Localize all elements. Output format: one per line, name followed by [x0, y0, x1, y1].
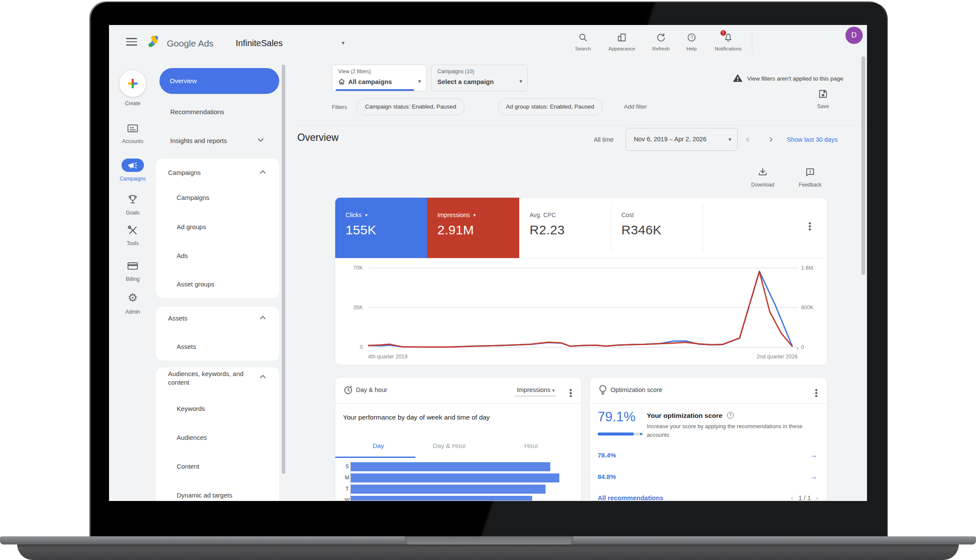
day-bar-monday[interactable] — [351, 473, 559, 482]
save-icon — [818, 89, 828, 99]
day-bar-sunday[interactable] — [351, 462, 550, 471]
rail-item-tools[interactable] — [109, 225, 156, 236]
day-hour-metric-dropdown[interactable]: Impressions ▾ — [515, 386, 556, 396]
caret-down-icon: ▾ — [418, 78, 421, 84]
metric-divider — [703, 204, 703, 252]
nav-section-campaigns-title[interactable]: Campaigns — [168, 169, 201, 176]
nav-section-campaigns — [156, 159, 279, 298]
help-button[interactable]: ? Help — [675, 33, 708, 51]
megaphone-icon — [128, 162, 137, 169]
optimization-score-card: Optimization score 79.1% Your optimizati… — [589, 377, 827, 501]
recommendation-score-link[interactable]: 78.4% — [598, 451, 616, 459]
metric-impressions[interactable]: Impressions ▾ 2.91M — [427, 198, 519, 258]
google-ads-logo-icon — [147, 34, 162, 48]
metric-clicks[interactable]: Clicks ▾ 155K — [335, 198, 427, 258]
nav-item-audiences[interactable]: Audiences — [177, 434, 207, 441]
filter-chip-ad-group-status[interactable]: Ad group status: Enabled, Paused — [498, 98, 602, 115]
accounts-icon — [127, 123, 139, 134]
chevron-up-icon[interactable] — [260, 316, 266, 320]
campaign-select-dropdown[interactable]: Campaigns (10) Select a campaign ▾ — [431, 65, 528, 91]
day-hour-card: Day & hour Impressions ▾ Your performanc… — [335, 377, 582, 501]
nav-item-campaigns[interactable]: Campaigns — [177, 194, 209, 201]
avatar[interactable]: D — [845, 27, 863, 44]
tab-hour[interactable]: Hour — [508, 442, 555, 449]
nav-item-insights[interactable]: Insights and reports — [170, 137, 227, 144]
home-icon — [338, 78, 345, 85]
nav-item-content[interactable]: Content — [177, 463, 200, 470]
rail-item-admin[interactable]: ⚙ — [109, 292, 156, 303]
nav-item-ads[interactable]: Ads — [177, 252, 188, 259]
day-bar-wednesday[interactable] — [351, 496, 532, 501]
chevron-up-icon[interactable] — [260, 375, 266, 379]
rail-item-accounts[interactable] — [109, 123, 156, 134]
trend-chart: 70K 35K 0 1.6M 800K 0 4th quarter 2019 2… — [335, 258, 827, 365]
filter-chip-campaign-status[interactable]: Campaign status: Enabled, Paused — [357, 98, 465, 115]
date-next-button[interactable]: › — [769, 133, 773, 145]
date-prev-button[interactable]: ‹ — [746, 133, 749, 145]
trophy-icon — [127, 194, 138, 205]
optimization-kebab-icon[interactable] — [815, 389, 817, 398]
nav-section-audiences-title[interactable]: Audiences, keywords, and content — [168, 370, 254, 387]
nav-item-dynamic-ad-targets[interactable]: Dynamic ad targets — [177, 492, 232, 499]
search-button[interactable]: Search — [566, 33, 600, 51]
nav-item-ad-groups[interactable]: Ad groups — [177, 223, 206, 230]
notifications-button[interactable]: ! Notifications — [711, 33, 745, 51]
x-axis-label-end: 2nd quarter 2026 — [733, 354, 798, 360]
main-scrollbar[interactable] — [861, 56, 865, 275]
rail-item-campaigns[interactable] — [122, 159, 144, 172]
chevron-up-icon[interactable] — [260, 170, 266, 174]
save-button[interactable]: Save — [804, 89, 842, 109]
feedback-button[interactable]: Feedback — [791, 167, 829, 188]
card-header-divider — [335, 403, 581, 404]
nav-section-assets-title[interactable]: Assets — [168, 314, 187, 322]
all-recommendations-link[interactable]: All recommendations — [598, 494, 664, 501]
metric-cost[interactable]: Cost R346K — [611, 198, 703, 258]
chevron-down-icon[interactable] — [258, 138, 264, 142]
add-filter-button[interactable]: Add filter — [624, 103, 647, 110]
arrow-right-icon[interactable]: → — [810, 472, 817, 481]
create-button[interactable] — [119, 70, 146, 97]
pagination-prev-icon[interactable]: ‹ — [791, 494, 793, 501]
right-axis-tick: 1.6M — [801, 265, 813, 271]
nav-item-recommendations[interactable]: Recommendations — [170, 108, 224, 115]
right-axis-tick: 800K — [801, 305, 814, 311]
account-name[interactable]: InfiniteSales — [236, 38, 283, 48]
laptop-base — [17, 544, 959, 560]
appearance-button[interactable]: Appearance — [605, 33, 639, 51]
arrow-right-icon[interactable]: → — [810, 451, 817, 460]
hamburger-icon — [126, 38, 137, 46]
view-filter-dropdown[interactable]: View (2 filters) All campaigns ▾ — [332, 65, 427, 91]
menu-button[interactable] — [126, 38, 137, 46]
caret-down-icon: ▾ — [365, 212, 368, 218]
tab-day[interactable]: Day — [352, 442, 404, 449]
clock-icon — [343, 385, 353, 395]
recommendation-score-link[interactable]: 84.8% — [598, 473, 616, 480]
day-bar-tuesday[interactable] — [351, 485, 546, 494]
rail-campaigns-label: Campaigns — [109, 176, 156, 182]
lightbulb-icon — [598, 384, 608, 395]
nav-item-overview[interactable]: Overview — [159, 68, 279, 94]
caret-down-icon: ▾ — [473, 212, 476, 218]
nav-item-keywords[interactable]: Keywords — [177, 405, 205, 412]
nav-item-assets[interactable]: Assets — [177, 343, 196, 350]
metric-avg-cpc[interactable]: Avg. CPC R2.23 — [519, 198, 611, 258]
date-range-picker[interactable]: Nov 6, 2019 – Apr 2, 2026 ▾ — [626, 128, 738, 151]
search-icon — [578, 33, 588, 42]
refresh-button[interactable]: Refresh — [644, 33, 678, 51]
help-circle-icon[interactable]: ? — [727, 412, 734, 419]
account-switcher-caret-icon[interactable]: ▾ — [342, 40, 345, 46]
rail-item-goals[interactable] — [109, 194, 156, 205]
pagination-next-icon[interactable]: › — [816, 494, 818, 501]
rail-item-billing[interactable] — [109, 261, 156, 271]
drawer-scrollbar[interactable] — [282, 65, 285, 474]
show-last-30-days-link[interactable]: Show last 30 days — [787, 136, 838, 143]
caret-down-icon: ▾ — [728, 136, 731, 143]
tab-day-and-hour[interactable]: Day & Hour — [413, 442, 486, 449]
summary-card-kebab-icon[interactable] — [808, 222, 811, 231]
nav-item-asset-groups[interactable]: Asset groups — [177, 280, 215, 288]
pagination-label: 1 / 1 — [798, 494, 811, 501]
day-hour-kebab-icon[interactable] — [569, 389, 572, 398]
download-button[interactable]: Download — [743, 167, 782, 188]
left-axis-tick: 70K — [335, 265, 363, 271]
left-axis-tick: 35K — [335, 305, 363, 311]
